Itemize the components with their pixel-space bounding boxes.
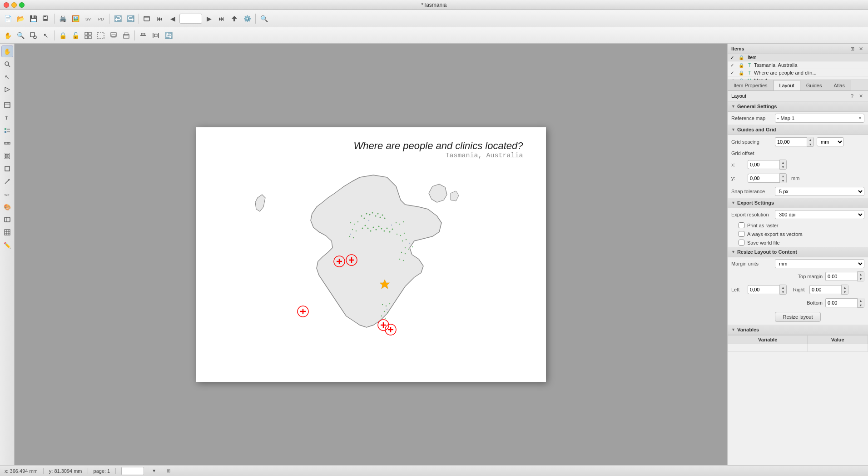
general-settings-header[interactable]: ▼ General Settings xyxy=(728,101,868,112)
grid-spacing-value[interactable]: 10,00 xyxy=(775,137,807,146)
items-filter-btn[interactable]: ⊞ xyxy=(848,45,856,52)
bottom-margin-down[interactable]: ▼ xyxy=(858,303,864,307)
grid-offset-x-up[interactable]: ▲ xyxy=(780,160,786,165)
top-margin-down[interactable]: ▼ xyxy=(858,276,864,281)
close-button[interactable] xyxy=(4,2,9,8)
add-legend-tool[interactable] xyxy=(1,125,13,136)
refresh-button[interactable]: 🔄 xyxy=(163,30,174,41)
add-image-tool[interactable]: 🖼 xyxy=(1,150,13,162)
export-svg-button[interactable]: SVG xyxy=(82,13,94,25)
select-tool[interactable]: ↖ xyxy=(40,30,52,41)
export-resolution-select[interactable]: 300 dpi xyxy=(775,210,864,219)
add-table-tool[interactable] xyxy=(1,226,13,238)
add-label-tool[interactable]: T xyxy=(1,112,13,124)
grid-offset-y-input[interactable]: ▲ ▼ xyxy=(748,173,787,183)
item-check-1[interactable]: ✓ xyxy=(728,70,737,75)
right-panel-content[interactable]: ▼ General Settings Reference map ▪ Map 1… xyxy=(728,101,868,465)
pan-tool-left[interactable]: ✋ xyxy=(1,45,13,57)
always-export-vectors-checkbox[interactable] xyxy=(739,231,744,237)
distribute-button[interactable] xyxy=(150,30,162,41)
snap-tolerance-select[interactable]: 5 px xyxy=(775,187,864,196)
add-map-tool[interactable] xyxy=(1,99,13,111)
save-world-file-checkbox[interactable] xyxy=(739,240,744,246)
add-html-tool[interactable]: </> xyxy=(1,188,13,200)
grid-offset-x-value[interactable] xyxy=(748,160,779,169)
redo-button[interactable]: ↪️ xyxy=(124,13,136,25)
canvas-area[interactable]: Where are people and clinics located? Ta… xyxy=(15,44,727,465)
grid-offset-y-down[interactable]: ▼ xyxy=(780,178,786,183)
guides-grid-header[interactable]: ▼ Guides and Grid xyxy=(728,125,868,135)
layout-help-btn[interactable]: ? xyxy=(848,92,856,100)
ungroup-button[interactable] xyxy=(95,30,107,41)
top-margin-up[interactable]: ▲ xyxy=(858,272,864,276)
save-button[interactable]: 💾 xyxy=(27,13,39,25)
bottom-margin-input[interactable]: 0,00 ▲ ▼ xyxy=(825,298,864,308)
atlas-export-button[interactable] xyxy=(228,13,240,25)
item-lock-1[interactable]: 🔒 xyxy=(737,70,746,75)
edit-tool-left[interactable]: ✏️ xyxy=(1,239,13,251)
resize-layout-button[interactable]: Resize layout xyxy=(775,312,820,322)
tab-guides[interactable]: Guides xyxy=(800,80,828,90)
grid-spacing-input[interactable]: 10,00 ▲ ▼ xyxy=(775,137,814,147)
resize-layout-header[interactable]: ▼ Resize Layout to Content xyxy=(728,247,868,257)
grid-spacing-down[interactable]: ▼ xyxy=(807,142,813,146)
atlas-prev-button[interactable]: ◀ xyxy=(167,13,179,25)
top-margin-value[interactable]: 0,00 xyxy=(825,272,857,281)
tab-layout[interactable]: Layout xyxy=(774,80,800,90)
minimize-button[interactable] xyxy=(11,2,17,8)
left-margin-input[interactable]: 0,00 ▲ ▼ xyxy=(748,285,787,295)
items-row-0[interactable]: ✓ 🔒 T Tasmania, Australia xyxy=(728,61,868,69)
right-margin-input[interactable]: 0,00 ▲ ▼ xyxy=(809,285,848,295)
status-zoom-btn[interactable]: ▼ xyxy=(149,466,159,476)
lock-button[interactable]: 🔒 xyxy=(57,30,69,41)
status-icon-btn[interactable]: ⊞ xyxy=(164,466,173,476)
grid-spacing-up[interactable]: ▲ xyxy=(807,137,813,142)
add-arrow-tool[interactable] xyxy=(1,175,13,187)
items-close-btn[interactable]: ✕ xyxy=(857,45,864,52)
items-row-1[interactable]: ✓ 🔒 T Where are people and clin... xyxy=(728,69,868,77)
zoom-in-tool[interactable]: 🔍 xyxy=(15,30,26,41)
print-button[interactable]: 🖨️ xyxy=(57,13,69,25)
layout-close-btn[interactable]: ✕ xyxy=(857,92,864,100)
align-button[interactable] xyxy=(137,30,149,41)
print-as-raster-checkbox[interactable] xyxy=(739,222,744,228)
pan-tool[interactable]: ✋ xyxy=(2,30,14,41)
atlas-tool[interactable] xyxy=(1,214,13,225)
maximize-button[interactable] xyxy=(19,2,25,8)
color-palette-tool[interactable]: 🎨 xyxy=(1,201,13,213)
right-margin-value[interactable]: 0,00 xyxy=(809,285,841,294)
bottom-margin-up[interactable]: ▲ xyxy=(858,298,864,303)
zoom-tool-left[interactable] xyxy=(1,58,13,70)
edit-nodes-tool[interactable] xyxy=(1,84,13,95)
export-settings-header[interactable]: ▼ Export Settings xyxy=(728,198,868,208)
export-pdf-button[interactable]: PDF xyxy=(95,13,107,25)
reference-map-select[interactable]: ▪ Map 1 ▼ xyxy=(775,114,864,123)
variables-header[interactable]: ▼ Variables xyxy=(728,325,868,335)
bottom-margin-value[interactable]: 0,00 xyxy=(825,298,857,307)
group-button[interactable] xyxy=(82,30,94,41)
item-check-0[interactable]: ✓ xyxy=(728,63,737,68)
tab-atlas[interactable]: Atlas xyxy=(828,80,850,90)
right-margin-down[interactable]: ▼ xyxy=(842,290,848,294)
page-input[interactable]: 1 xyxy=(179,14,202,24)
left-margin-value[interactable]: 0,00 xyxy=(748,285,779,294)
add-shape-tool[interactable] xyxy=(1,163,13,175)
grid-offset-x-down[interactable]: ▼ xyxy=(780,165,786,169)
add-scalebar-tool[interactable] xyxy=(1,137,13,149)
atlas-first-button[interactable]: ⏮ xyxy=(154,13,166,25)
raise-button[interactable] xyxy=(108,30,119,41)
grid-offset-y-value[interactable] xyxy=(748,174,779,183)
top-margin-input[interactable]: 0,00 ▲ ▼ xyxy=(825,271,864,281)
right-margin-up[interactable]: ▲ xyxy=(842,285,848,290)
zoom-select-tool[interactable] xyxy=(27,30,39,41)
new-button[interactable]: 📄 xyxy=(2,13,14,25)
lower-button[interactable] xyxy=(120,30,132,41)
left-margin-up[interactable]: ▲ xyxy=(780,285,786,290)
grid-spacing-unit-select[interactable]: mm xyxy=(817,137,844,146)
export-image-button[interactable]: 🖼️ xyxy=(69,13,81,25)
margin-units-select[interactable]: mm xyxy=(775,259,864,268)
atlas-next-button[interactable]: ▶ xyxy=(203,13,215,25)
save-as-button[interactable] xyxy=(40,13,52,25)
unlock-button[interactable]: 🔓 xyxy=(69,30,81,41)
tab-item-properties[interactable]: Item Properties xyxy=(728,80,774,90)
